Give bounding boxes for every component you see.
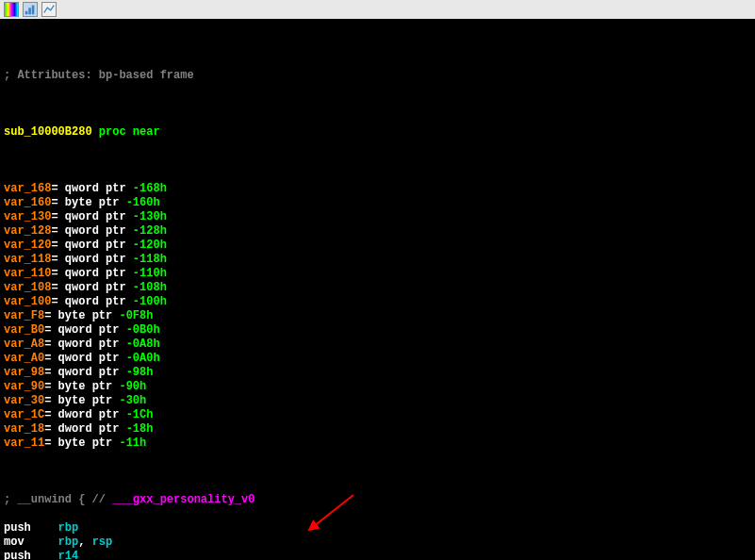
attributes-comment: ; Attributes: bp-based frame bbox=[4, 69, 751, 83]
color-bars-icon[interactable] bbox=[4, 2, 19, 17]
instruction-push: push rbp bbox=[4, 521, 751, 535]
stack-variables: var_168= qword ptr -168hvar_160= byte pt… bbox=[4, 182, 751, 451]
var-decl: var_F8= byte ptr -0F8h bbox=[4, 309, 751, 323]
var-decl: var_18= dword ptr -18h bbox=[4, 422, 751, 436]
svg-rect-2 bbox=[32, 6, 35, 15]
var-decl: var_120= qword ptr -120h bbox=[4, 239, 751, 253]
var-decl: var_130= qword ptr -130h bbox=[4, 210, 751, 224]
unwind-line: ; __unwind { // ___gxx_personality_v0 bbox=[4, 493, 751, 507]
svg-rect-0 bbox=[25, 11, 28, 15]
instruction-mov: mov rbp, rsp bbox=[4, 535, 751, 550]
chart-icon[interactable] bbox=[23, 2, 38, 17]
blank-line bbox=[4, 154, 751, 168]
var-decl: var_30= byte ptr -30h bbox=[4, 394, 751, 408]
var-decl: var_1C= dword ptr -1Ch bbox=[4, 408, 751, 422]
var-decl: var_160= byte ptr -160h bbox=[4, 196, 751, 210]
blank-line bbox=[4, 465, 751, 479]
var-decl: var_A8= qword ptr -0A8h bbox=[4, 338, 751, 352]
var-decl: var_110= qword ptr -110h bbox=[4, 267, 751, 281]
toolbar bbox=[0, 0, 755, 19]
var-decl: var_90= byte ptr -90h bbox=[4, 380, 751, 394]
graph-icon[interactable] bbox=[41, 2, 57, 17]
var-decl: var_168= qword ptr -168h bbox=[4, 182, 751, 196]
var-decl: var_128= qword ptr -128h bbox=[4, 224, 751, 239]
blank-line bbox=[4, 41, 751, 55]
svg-rect-1 bbox=[28, 8, 31, 14]
instructions: push rbpmov rbp, rsppush r14push rbxsub … bbox=[4, 521, 751, 560]
var-decl: var_118= qword ptr -118h bbox=[4, 253, 751, 267]
function-header: sub_10000B280 proc near bbox=[4, 125, 751, 140]
instruction-push: push r14 bbox=[4, 550, 751, 560]
var-decl: var_108= qword ptr -108h bbox=[4, 281, 751, 295]
var-decl: var_100= qword ptr -100h bbox=[4, 295, 751, 309]
var-decl: var_98= qword ptr -98h bbox=[4, 366, 751, 380]
var-decl: var_A0= qword ptr -0A0h bbox=[4, 352, 751, 366]
var-decl: var_11= byte ptr -11h bbox=[4, 436, 751, 451]
disassembly-view[interactable]: ; Attributes: bp-based frame sub_10000B2… bbox=[0, 19, 755, 560]
blank-line bbox=[4, 97, 751, 111]
var-decl: var_B0= qword ptr -0B0h bbox=[4, 323, 751, 338]
